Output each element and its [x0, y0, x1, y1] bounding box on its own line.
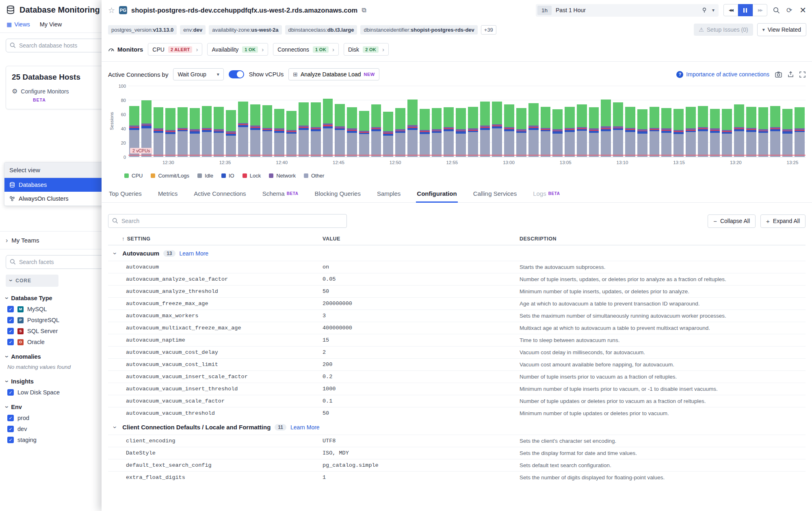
chart-bar[interactable] [214, 86, 224, 157]
chart-bar[interactable] [565, 86, 575, 157]
chart-bar[interactable] [262, 86, 273, 157]
chart-bar[interactable] [673, 86, 684, 157]
host-search-input[interactable] [6, 39, 102, 52]
facet-item-staging[interactable]: ✓staging [7, 437, 96, 443]
fullscreen-icon[interactable] [799, 71, 806, 78]
chevron-down-icon[interactable]: ▾ [712, 7, 715, 13]
my-teams-section[interactable]: › My Teams [0, 231, 102, 249]
sort-setting-header[interactable]: ↑ SETTING [108, 236, 323, 242]
checkbox-checked[interactable]: ✓ [7, 389, 14, 396]
chart-bar[interactable] [795, 86, 805, 157]
chart-bar[interactable] [456, 86, 466, 157]
chart-bar[interactable] [734, 86, 744, 157]
chart-bar[interactable] [758, 86, 769, 157]
tab-blocking-queries[interactable]: Blocking Queries [314, 188, 362, 203]
learn-more-link[interactable]: Learn More [290, 424, 320, 431]
chart-bar[interactable] [625, 86, 635, 157]
checkbox-checked[interactable]: ✓ [7, 317, 14, 323]
config-table-row[interactable]: client_encodingUTF8Sets the client's cha… [108, 435, 806, 447]
facet-item-dev[interactable]: ✓dev [7, 426, 96, 432]
config-group-autovacuum[interactable]: ›Autovacuum13Learn More [108, 245, 806, 261]
tab-metrics[interactable]: Metrics [157, 188, 178, 203]
config-table-row[interactable]: DateStyleISO, MDYSets the display format… [108, 447, 806, 459]
chart-bar[interactable] [613, 86, 623, 157]
chart-bar[interactable] [129, 86, 139, 157]
chart-bar[interactable] [432, 86, 442, 157]
legend-item-other[interactable]: Other [304, 173, 325, 179]
chart-bar[interactable] [395, 86, 405, 157]
chart-bar[interactable] [407, 86, 418, 157]
chart-bar[interactable] [516, 86, 526, 157]
view-related-button[interactable]: ▾ View Related [757, 23, 806, 36]
setup-issues-button[interactable]: ⚠ Setup Issues (0) [694, 24, 753, 36]
config-table-row[interactable]: autovacuum_vacuum_threshold50Minimum num… [108, 407, 806, 419]
analyze-database-load-button[interactable]: ⊞ Analyze Database Load NEW [288, 68, 379, 80]
legend-item-lock[interactable]: Lock [243, 173, 261, 179]
tab-my-view[interactable]: My View [40, 21, 62, 28]
core-section-toggle[interactable]: › CORE [6, 275, 58, 287]
tag[interactable]: env:dev [180, 25, 206, 35]
monitor-pill-connections[interactable]: Connections1 OK› [273, 43, 339, 56]
config-table-row[interactable]: autovacuum_vacuum_cost_limit200Vacuum co… [108, 358, 806, 370]
config-group-client-connection-defaults-locale-and-formatting[interactable]: ›Client Connection Defaults / Locale and… [108, 419, 806, 435]
close-icon[interactable]: ✕ [799, 5, 806, 15]
tag[interactable]: availability-zone:us-west-2a [209, 25, 281, 35]
chart-bar[interactable] [274, 86, 284, 157]
config-table-row[interactable]: autovacuumonStarts the autovacuum subpro… [108, 261, 806, 273]
chart-bar[interactable] [504, 86, 514, 157]
chart-bar[interactable] [601, 86, 611, 157]
checkbox-checked[interactable]: ✓ [7, 339, 14, 345]
checkbox-checked[interactable]: ✓ [7, 328, 14, 334]
chart-bar[interactable] [359, 86, 369, 157]
chart-bar[interactable] [782, 86, 793, 157]
chart-bar[interactable] [202, 86, 212, 157]
chart-bar[interactable] [637, 86, 647, 157]
checkbox-checked[interactable]: ✓ [7, 426, 14, 432]
group-by-select[interactable]: Wait Group ▾ [173, 68, 223, 80]
learn-more-link[interactable]: Learn More [180, 250, 209, 257]
chart-bar[interactable] [178, 86, 188, 157]
collapse-all-button[interactable]: − Collapse All [708, 214, 756, 228]
tab-logs[interactable]: LogsBETA [532, 188, 561, 203]
tab-calling-services[interactable]: Calling Services [472, 188, 518, 203]
chart-bar[interactable] [141, 86, 152, 157]
facet-group-insights[interactable]: ›Insights [6, 378, 96, 385]
config-table-row[interactable]: autovacuum_vacuum_cost_delay2Vacuum cost… [108, 346, 806, 358]
chart-bar[interactable] [347, 86, 357, 157]
config-table-row[interactable]: autovacuum_analyze_threshold50Minimum nu… [108, 285, 806, 297]
chart-bar[interactable] [492, 86, 502, 157]
chart-bar[interactable] [286, 86, 297, 157]
chart-bar[interactable] [650, 86, 660, 157]
chart-bar[interactable] [311, 86, 321, 157]
tab-schema[interactable]: SchemaBETA [262, 188, 299, 203]
config-table-row[interactable]: autovacuum_vacuum_insert_scale_factor0.2… [108, 370, 806, 383]
chart-bar[interactable] [746, 86, 756, 157]
config-table-row[interactable]: extra_float_digits1Sets the number of di… [108, 471, 806, 483]
checkbox-checked[interactable]: ✓ [7, 306, 14, 312]
chart-bar[interactable] [661, 86, 671, 157]
chart-bar[interactable] [541, 86, 551, 157]
facet-item-prod[interactable]: ✓prod [7, 415, 96, 421]
chart-bar[interactable] [383, 86, 393, 157]
chart-bar[interactable] [323, 86, 333, 157]
config-table-row[interactable]: default_text_search_configpg_catalog.sim… [108, 459, 806, 471]
zoom-icon[interactable] [772, 6, 781, 15]
tab-active-connections[interactable]: Active Connections [193, 188, 247, 203]
config-table-row[interactable]: autovacuum_naptime15Time to sleep betwee… [108, 334, 806, 346]
tag[interactable]: dbinstanceclass:db.t3.large [285, 25, 357, 35]
chart-bar[interactable] [299, 86, 309, 157]
tag[interactable]: postgres_version:v13.13.0 [108, 25, 177, 35]
chart-bar[interactable] [770, 86, 780, 157]
checkbox-checked[interactable]: ✓ [7, 415, 14, 421]
legend-item-io[interactable]: IO [221, 173, 234, 179]
skip-back-button[interactable]: ◀◀ [723, 4, 738, 16]
facet-item-low-disk-space[interactable]: ✓Low Disk Space [7, 389, 96, 396]
chart-bar[interactable] [480, 86, 490, 157]
view-item-databases[interactable]: Databases [4, 178, 102, 192]
refresh-icon[interactable]: ⟳ [786, 5, 793, 15]
pause-button[interactable] [738, 4, 753, 16]
legend-item-idle[interactable]: Idle [197, 173, 213, 179]
config-table-row[interactable]: autovacuum_analyze_scale_factor0.05Numbe… [108, 273, 806, 285]
chart-bar[interactable] [686, 86, 696, 157]
monitor-pill-cpu[interactable]: CPU2 ALERT› [148, 43, 202, 56]
